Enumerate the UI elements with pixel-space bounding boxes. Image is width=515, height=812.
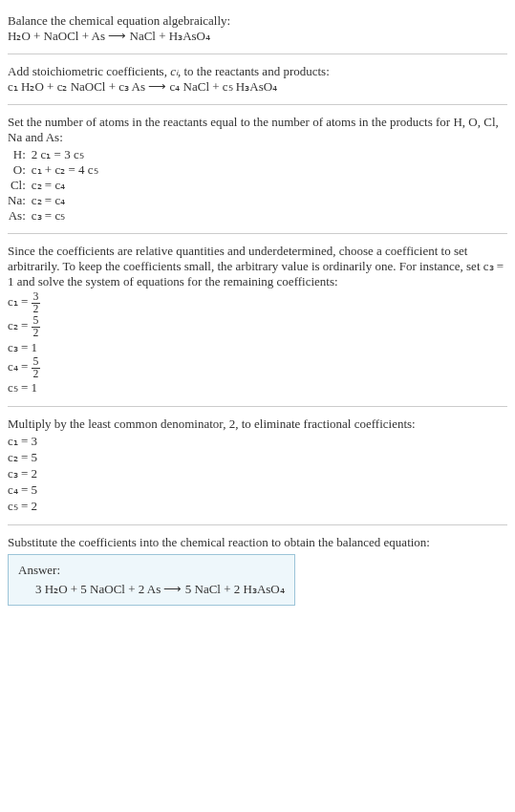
element-label: Cl: <box>8 178 32 193</box>
ci-symbol: cᵢ <box>170 64 178 78</box>
section-atom-equations: Set the number of atoms in the reactants… <box>8 109 507 229</box>
coef-c1: c₁ = 3 <box>8 434 507 449</box>
prompt-text: Substitute the coefficients into the che… <box>8 535 507 550</box>
element-equation: c₂ = c₄ <box>32 193 98 208</box>
integer-coefficient-list: c₁ = 3 c₂ = 5 c₃ = 2 c₄ = 5 c₅ = 2 <box>8 434 507 514</box>
element-label: Na: <box>8 193 32 208</box>
coef-c5: c₅ = 2 <box>8 499 507 514</box>
prompt-text: Balance the chemical equation algebraica… <box>8 13 507 29</box>
section-answer: Substitute the coefficients into the che… <box>8 529 507 611</box>
element-equation: c₁ + c₂ = 4 c₅ <box>32 162 98 178</box>
atom-balance-table: H: 2 c₁ = 3 c₅ O: c₁ + c₂ = 4 c₅ Cl: c₂ … <box>8 147 98 224</box>
prompt-text: Since the coefficients are relative quan… <box>8 244 507 289</box>
coefficient-equation: c₁ H₂O + c₂ NaOCl + c₃ As ⟶ c₄ NaCl + c₅… <box>8 79 507 95</box>
balanced-equation: 3 H₂O + 5 NaOCl + 2 As ⟶ 5 NaCl + 2 H₃As… <box>18 582 285 597</box>
coef-c2: c₂ = 5 <box>8 450 507 465</box>
table-row: As: c₃ = c₅ <box>8 208 98 224</box>
fraction: 52 <box>32 315 41 338</box>
table-row: H: 2 c₁ = 3 c₅ <box>8 147 98 162</box>
fraction: 32 <box>32 291 41 314</box>
table-row: Cl: c₂ = c₄ <box>8 178 98 193</box>
divider <box>8 53 507 54</box>
denominator: 2 <box>32 328 41 339</box>
prompt-part-a: Add stoichiometric coefficients, <box>8 64 170 78</box>
table-row: Na: c₂ = c₄ <box>8 193 98 208</box>
unbalanced-equation: H₂O + NaOCl + As ⟶ NaCl + H₃AsO₄ <box>8 29 507 44</box>
numerator: 3 <box>32 291 41 304</box>
prompt-text: Set the number of atoms in the reactants… <box>8 115 507 145</box>
lhs: c₄ = <box>8 359 32 374</box>
divider <box>8 406 507 407</box>
section-multiply-lcd: Multiply by the least common denominator… <box>8 411 507 521</box>
coef-c1: c₁ = 32 <box>8 291 507 314</box>
element-equation: 2 c₁ = 3 c₅ <box>32 147 98 162</box>
coef-c3: c₃ = 2 <box>8 466 507 481</box>
divider <box>8 524 507 525</box>
element-equation: c₃ = c₅ <box>32 208 98 224</box>
coef-c3: c₃ = 1 <box>8 340 507 355</box>
element-label: H: <box>8 147 32 162</box>
section-solve-fractional: Since the coefficients are relative quan… <box>8 238 507 402</box>
element-equation: c₂ = c₄ <box>32 178 98 193</box>
table-row: O: c₁ + c₂ = 4 c₅ <box>8 162 98 178</box>
denominator: 2 <box>32 304 41 315</box>
answer-box: Answer: 3 H₂O + 5 NaOCl + 2 As ⟶ 5 NaCl … <box>8 554 295 606</box>
numerator: 5 <box>32 356 41 369</box>
lhs: c₁ = <box>8 294 32 309</box>
section-add-coefficients: Add stoichiometric coefficients, cᵢ, to … <box>8 58 507 100</box>
prompt-text: Multiply by the least common denominator… <box>8 417 507 432</box>
coef-c4: c₄ = 5 <box>8 482 507 498</box>
element-label: O: <box>8 162 32 178</box>
divider <box>8 104 507 105</box>
coef-c4: c₄ = 52 <box>8 356 507 379</box>
lhs: c₂ = <box>8 319 32 333</box>
coefficient-list: c₁ = 32 c₂ = 52 c₃ = 1 c₄ = 52 c₅ = 1 <box>8 291 507 395</box>
answer-label: Answer: <box>18 563 285 578</box>
prompt-part-b: , to the reactants and products: <box>178 64 330 78</box>
coef-c5: c₅ = 1 <box>8 380 507 395</box>
section-balance-prompt: Balance the chemical equation algebraica… <box>8 8 507 50</box>
denominator: 2 <box>32 369 41 380</box>
coef-c2: c₂ = 52 <box>8 315 507 338</box>
fraction: 52 <box>32 356 41 379</box>
element-label: As: <box>8 208 32 224</box>
divider <box>8 233 507 234</box>
prompt-text: Add stoichiometric coefficients, cᵢ, to … <box>8 64 507 79</box>
